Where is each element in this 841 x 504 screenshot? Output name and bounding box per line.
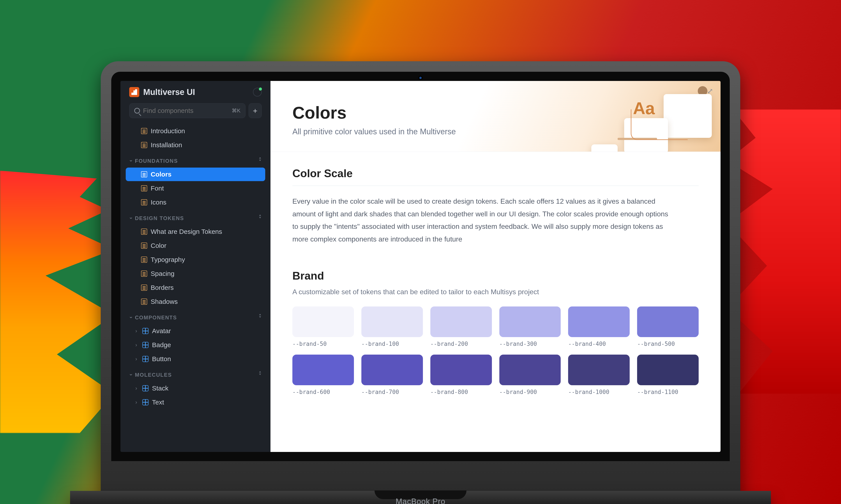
sort-icon[interactable]: ˄˅ [259,316,262,320]
swatch-chip [637,355,699,385]
page-title: Colors [292,103,699,123]
chevron-down-icon: › [128,374,134,376]
sidebar-item-colors[interactable]: Colors [126,167,265,181]
nav-group-design-tokens[interactable]: ›DESIGN TOKENS˄˅ [120,210,271,224]
sort-icon[interactable]: ˄˅ [259,373,262,377]
sidebar-item-badge[interactable]: ›Badge [126,338,265,352]
section-brand: Brand A customizable set of tokens that … [271,254,721,404]
swatch-token-label: --brand-400 [568,341,630,347]
content-area: ⤢ Colors All primitive color values used… [271,81,721,452]
sidebar-item-label: Badge [152,341,171,349]
swatch-chip [568,306,630,337]
swatch-brand-600[interactable]: --brand-600 [292,355,354,395]
app-name: Multiverse UI [143,88,195,97]
swatch-brand-100[interactable]: --brand-100 [361,306,423,347]
swatch-brand-700[interactable]: --brand-700 [361,355,423,395]
swatch-brand-900[interactable]: --brand-900 [499,355,561,395]
swatch-token-label: --brand-600 [292,389,354,395]
section-color-scale: Color Scale Every value in the color sca… [271,152,721,254]
chevron-right-icon: › [135,399,137,406]
sidebar-item-label: Text [152,399,164,406]
search-input[interactable]: ⌘K [129,103,245,118]
sidebar-item-label: Typography [151,256,185,263]
group-title: DESIGN TOKENS [135,215,184,221]
avatar-icon [698,86,707,96]
swatch-chip [637,306,699,337]
sidebar: Multiverse UI ⌘K ＋ IntroductionInstallat… [120,81,271,452]
swatch-chip [499,355,561,385]
swatch-token-label: --brand-50 [292,341,354,347]
group-title: FOUNDATIONS [135,158,178,164]
sidebar-item-label: Introduction [151,127,185,135]
swatch-brand-400[interactable]: --brand-400 [568,306,630,347]
sidebar-item-icons[interactable]: Icons [126,196,265,209]
swatch-token-label: --brand-1000 [568,389,630,395]
sidebar-item-stack[interactable]: ›Stack [126,381,265,395]
bg-accent-left [0,170,114,433]
sidebar-item-borders[interactable]: Borders [126,281,265,294]
swatch-chip [361,306,423,337]
swatch-brand-50[interactable]: --brand-50 [292,306,354,347]
sort-icon[interactable]: ˄˅ [259,216,262,220]
swatch-brand-500[interactable]: --brand-500 [637,306,699,347]
sidebar-item-introduction[interactable]: Introduction [126,124,265,138]
swatch-token-label: --brand-100 [361,341,423,347]
sidebar-item-label: Button [152,355,171,363]
bg-accent-right [727,109,841,394]
doc-icon [141,171,147,177]
sidebar-item-label: Icons [151,199,167,206]
sidebar-item-installation[interactable]: Installation [126,138,265,152]
swatch-brand-1100[interactable]: --brand-1100 [637,355,699,395]
group-title: COMPONENTS [135,314,177,321]
sidebar-item-shadows[interactable]: Shadows [126,295,265,308]
swatch-chip [568,355,630,385]
swatch-token-label: --brand-300 [499,341,561,347]
doc-icon [141,142,147,148]
swatch-chip [292,306,354,337]
swatch-chip [499,306,561,337]
group-title: MOLECULES [135,372,172,378]
expand-icon[interactable]: ⤢ [707,87,713,95]
component-icon [142,356,149,362]
sidebar-item-avatar[interactable]: ›Avatar [126,324,265,338]
chevron-down-icon: › [128,160,134,162]
swatch-chip [292,355,354,385]
swatch-token-label: --brand-200 [430,341,492,347]
swatch-brand-300[interactable]: --brand-300 [499,306,561,347]
sidebar-item-label: Font [151,185,164,192]
brand-swatch-grid: --brand-50--brand-100--brand-200--brand-… [292,306,699,395]
chevron-down-icon: › [128,317,134,319]
sidebar-item-label: Color [151,242,167,249]
swatch-brand-200[interactable]: --brand-200 [430,306,492,347]
nav-group-foundations[interactable]: ›FOUNDATIONS˄˅ [120,152,271,167]
brand-heading: Brand [292,270,699,282]
chevron-right-icon: › [135,356,137,362]
sidebar-item-font[interactable]: Font [126,182,265,195]
add-button[interactable]: ＋ [248,103,262,118]
search-shortcut: ⌘K [232,108,240,114]
doc-icon [141,271,147,277]
sidebar-item-spacing[interactable]: Spacing [126,267,265,281]
swatch-brand-800[interactable]: --brand-800 [430,355,492,395]
laptop-notch [375,490,466,499]
search-field[interactable] [143,107,229,114]
swatch-token-label: --brand-700 [361,389,423,395]
chevron-right-icon: › [135,328,137,334]
nav-group-components[interactable]: ›COMPONENTS˄˅ [120,309,271,324]
sidebar-item-button[interactable]: ›Button [126,352,265,366]
swatch-token-label: --brand-900 [499,389,561,395]
sidebar-nav: IntroductionInstallation›FOUNDATIONS˄˅Co… [120,124,271,410]
theme-toggle[interactable] [253,88,262,96]
doc-icon [141,242,147,249]
sidebar-item-what-are-design-tokens[interactable]: What are Design Tokens [126,225,265,238]
camera-dot [418,76,423,80]
sidebar-item-label: Installation [151,141,182,149]
nav-group-molecules[interactable]: ›MOLECULES˄˅ [120,366,271,381]
sidebar-item-typography[interactable]: Typography [126,253,265,267]
sort-icon[interactable]: ˄˅ [259,159,262,163]
swatch-brand-1000[interactable]: --brand-1000 [568,355,630,395]
sidebar-item-text[interactable]: ›Text [126,396,265,409]
chevron-right-icon: › [135,342,137,348]
sidebar-item-color[interactable]: Color [126,239,265,252]
page-hero: Colors All primitive color values used i… [271,81,721,152]
